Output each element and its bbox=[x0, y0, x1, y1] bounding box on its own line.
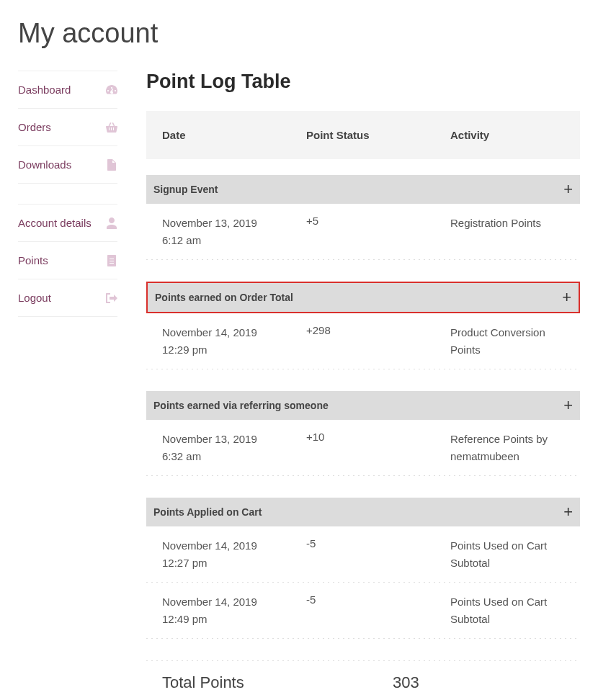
sidebar-item-points[interactable]: Points bbox=[18, 241, 117, 279]
column-header-date: Date bbox=[162, 129, 306, 141]
date-line2: 6:12 am bbox=[162, 232, 306, 249]
cell-status: -5 bbox=[306, 593, 450, 628]
date-line2: 6:32 am bbox=[162, 448, 306, 465]
sidebar-item-orders[interactable]: Orders bbox=[18, 108, 117, 145]
cell-status: +5 bbox=[306, 215, 450, 249]
cell-activity: Product Conversion Points bbox=[450, 324, 564, 359]
cell-activity: Points Used on Cart Subtotal bbox=[450, 537, 564, 572]
cell-date: November 13, 20196:12 am bbox=[162, 215, 306, 249]
basket-icon bbox=[106, 122, 117, 133]
date-line2: 12:27 pm bbox=[162, 555, 306, 572]
dashboard-icon bbox=[106, 84, 117, 96]
section-title: Points earned on Order Total bbox=[155, 292, 293, 303]
cell-status: -5 bbox=[306, 537, 450, 572]
sidebar-item-blank bbox=[18, 183, 117, 204]
table-row: November 14, 201912:29 pm+298Product Con… bbox=[146, 313, 580, 369]
sidebar-item-label: Downloads bbox=[18, 158, 71, 171]
sidebar-item-dashboard[interactable]: Dashboard bbox=[18, 71, 117, 108]
date-line1: November 13, 2019 bbox=[162, 215, 306, 232]
file-icon bbox=[106, 159, 117, 171]
cell-date: November 13, 20196:32 am bbox=[162, 431, 306, 465]
section-header[interactable]: Points earned on Order Total+ bbox=[146, 282, 580, 313]
section: Points Applied on Cart+November 14, 2019… bbox=[146, 498, 580, 639]
date-line1: November 13, 2019 bbox=[162, 431, 306, 448]
cell-activity: Reference Points by nematmubeen bbox=[450, 431, 564, 465]
table-header: Date Point Status Activity bbox=[146, 111, 580, 159]
section-title: Points Applied on Cart bbox=[153, 506, 262, 518]
date-line2: 12:49 pm bbox=[162, 611, 306, 628]
totals-row: Total Points 303 bbox=[146, 660, 580, 700]
user-icon bbox=[106, 217, 117, 229]
section: Points earned via referring someone+Nove… bbox=[146, 391, 580, 476]
expand-icon[interactable]: + bbox=[562, 290, 571, 305]
sidebar-item-label: Points bbox=[18, 254, 48, 266]
expand-icon[interactable]: + bbox=[563, 504, 573, 520]
section: Signup Event+November 13, 20196:12 am+5R… bbox=[146, 175, 580, 260]
cell-activity: Registration Points bbox=[450, 215, 564, 249]
expand-icon[interactable]: + bbox=[563, 181, 573, 197]
doc-icon bbox=[106, 255, 117, 266]
table-row: November 14, 201912:27 pm-5Points Used o… bbox=[146, 526, 580, 583]
sidebar-item-label: Dashboard bbox=[18, 84, 71, 96]
cell-date: November 14, 201912:49 pm bbox=[162, 593, 306, 628]
table-row: November 13, 20196:32 am+10Reference Poi… bbox=[146, 420, 580, 476]
date-line1: November 14, 2019 bbox=[162, 537, 306, 555]
date-line2: 12:29 pm bbox=[162, 341, 306, 359]
page-title: My account bbox=[18, 18, 580, 49]
cell-activity: Points Used on Cart Subtotal bbox=[450, 593, 564, 628]
main-title: Point Log Table bbox=[146, 71, 580, 93]
column-header-status: Point Status bbox=[306, 129, 450, 141]
table-row: November 14, 201912:49 pm-5Points Used o… bbox=[146, 583, 580, 639]
section-title: Signup Event bbox=[153, 184, 218, 195]
sidebar-item-downloads[interactable]: Downloads bbox=[18, 145, 117, 183]
sidebar-item-label: Orders bbox=[18, 121, 51, 133]
section-header[interactable]: Points Applied on Cart+ bbox=[146, 498, 580, 526]
cell-status: +10 bbox=[306, 431, 450, 465]
date-line1: November 14, 2019 bbox=[162, 324, 306, 341]
column-header-activity: Activity bbox=[450, 129, 564, 141]
cell-status: +298 bbox=[306, 324, 450, 359]
sidebar-item-label: Account details bbox=[18, 217, 92, 229]
sidebar-item-account-details[interactable]: Account details bbox=[18, 204, 117, 241]
section-header[interactable]: Signup Event+ bbox=[146, 175, 580, 204]
signout-icon bbox=[106, 292, 117, 304]
section: Points earned on Order Total+November 14… bbox=[146, 282, 580, 369]
section-title: Points earned via referring someone bbox=[153, 400, 329, 411]
cell-date: November 14, 201912:27 pm bbox=[162, 537, 306, 572]
table-row: November 13, 20196:12 am+5Registration P… bbox=[146, 204, 580, 260]
expand-icon[interactable]: + bbox=[563, 398, 573, 413]
cell-date: November 14, 201912:29 pm bbox=[162, 324, 306, 359]
totals-value: 303 bbox=[393, 673, 419, 692]
totals-label: Total Points bbox=[162, 673, 393, 692]
date-line1: November 14, 2019 bbox=[162, 593, 306, 611]
section-header[interactable]: Points earned via referring someone+ bbox=[146, 391, 580, 420]
sidebar-item-label: Logout bbox=[18, 292, 51, 304]
sidebar-item-logout[interactable]: Logout bbox=[18, 279, 117, 317]
sidebar: Dashboard Orders Downloads Account detai… bbox=[18, 71, 117, 700]
main-content: Point Log Table Date Point Status Activi… bbox=[146, 71, 580, 700]
